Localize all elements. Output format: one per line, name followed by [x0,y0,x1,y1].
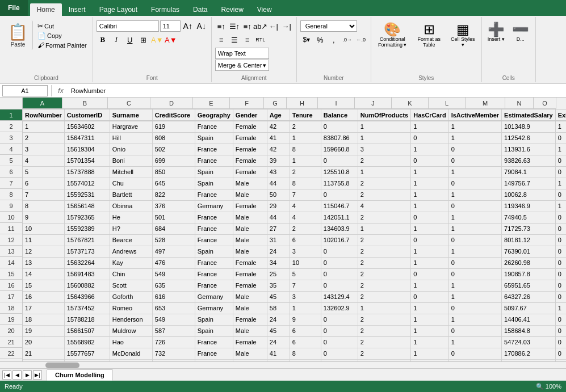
cell-G20[interactable]: 45 [267,325,290,336]
cell-K20[interactable]: 1 [411,325,448,336]
cell-F12[interactable]: Male [233,234,267,246]
cell-A3[interactable]: 2 [23,132,64,144]
cell-M6[interactable]: 79084.1 [502,166,556,178]
file-tab[interactable]: File [0,0,28,16]
cell-N1[interactable]: Exited [555,109,566,121]
cell-N9[interactable]: 1 [555,200,566,212]
cell-D3[interactable]: 608 [152,132,195,144]
row-header-22[interactable]: 22 [0,348,23,359]
cell-D9[interactable]: 376 [152,200,195,212]
cell-E6[interactable]: Spain [195,166,233,178]
cell-I22[interactable]: 0 [321,348,358,359]
cell-J12[interactable]: 2 [358,234,410,246]
cell-H9[interactable]: 4 [290,200,321,212]
format-painter-button[interactable]: 🖌 Format Painter [35,41,89,50]
cell-N22[interactable]: 0 [555,348,566,359]
percent-button[interactable]: % [314,34,326,45]
cell-L21[interactable]: 1 [448,336,501,348]
cell-H15[interactable]: 5 [290,268,321,280]
cell-L2[interactable]: 1 [448,121,501,132]
cell-M22[interactable]: 170886.2 [502,348,556,359]
cell-G3[interactable]: 41 [267,132,290,144]
cell-K1[interactable]: HasCrCard [411,109,448,121]
cell-N11[interactable]: 0 [555,223,566,234]
cell-L9[interactable]: 0 [448,200,501,212]
cell-N19[interactable]: 0 [555,314,566,325]
cell-F22[interactable]: Male [233,348,267,359]
cell-B8[interactable]: 15592531 [64,189,110,200]
cell-H21[interactable]: 6 [290,336,321,348]
italic-button[interactable]: I [110,34,123,45]
cell-C18[interactable]: Romeo [110,302,152,314]
cell-N8[interactable]: 0 [555,189,566,200]
cell-G15[interactable]: 25 [267,268,290,280]
cell-J3[interactable]: 1 [358,132,410,144]
cell-I13[interactable]: 0 [321,246,358,257]
cell-N7[interactable]: 1 [555,178,566,189]
cell-A8[interactable]: 7 [23,189,64,200]
col-header-M[interactable]: M [466,98,505,109]
row-header-11[interactable]: 11 [0,223,23,234]
cell-H19[interactable]: 9 [290,314,321,325]
cell-B22[interactable]: 15577657 [64,348,110,359]
cell-B2[interactable]: 15634602 [64,121,110,132]
cell-H18[interactable]: 1 [290,302,321,314]
row-header-15[interactable]: 15 [0,268,23,280]
cell-E8[interactable]: France [195,189,233,200]
cell-K6[interactable]: 1 [411,166,448,178]
cell-E12[interactable]: France [195,234,233,246]
cell-K19[interactable]: 1 [411,314,448,325]
cell-C20[interactable]: Muldrow [110,325,152,336]
cell-J14[interactable]: 2 [358,257,410,268]
currency-button[interactable]: $▾ [300,34,313,45]
cell-F6[interactable]: Female [233,166,267,178]
tab-next-button[interactable]: ▶ [23,370,32,380]
cell-I11[interactable]: 134603.9 [321,223,358,234]
cell-H6[interactable]: 2 [290,166,321,178]
cell-L8[interactable]: 1 [448,189,501,200]
cell-J19[interactable]: 2 [358,314,410,325]
cell-E4[interactable]: France [195,144,233,155]
indent-increase-button[interactable]: →| [280,20,293,32]
col-header-C[interactable]: C [108,98,150,109]
cell-M16[interactable]: 65951.65 [502,280,556,291]
cell-I8[interactable]: 0 [321,189,358,200]
number-format-select[interactable]: General [300,20,357,32]
cell-F10[interactable]: Male [233,212,267,223]
cell-A10[interactable]: 9 [23,212,64,223]
cell-M19[interactable]: 14406.41 [502,314,556,325]
cell-E9[interactable]: Germany [195,200,233,212]
cell-M21[interactable]: 54724.03 [502,336,556,348]
font-size-decrease-button[interactable]: A↓ [195,20,208,32]
cell-I20[interactable]: 0 [321,325,358,336]
delete-button[interactable]: ➖ D... [509,20,532,44]
cell-K18[interactable]: 1 [411,302,448,314]
cell-H2[interactable]: 2 [290,121,321,132]
cell-A16[interactable]: 15 [23,280,64,291]
cell-C17[interactable]: Goforth [110,291,152,302]
row-header-3[interactable]: 3 [0,132,23,144]
row-header-8[interactable]: 8 [0,189,23,200]
cell-A22[interactable]: 21 [23,348,64,359]
col-header-O[interactable]: O [534,98,556,109]
cell-A11[interactable]: 10 [23,223,64,234]
cell-I6[interactable]: 125510.8 [321,166,358,178]
cell-I2[interactable]: 0 [321,121,358,132]
cell-B6[interactable]: 15737888 [64,166,110,178]
cell-H16[interactable]: 7 [290,280,321,291]
col-header-H[interactable]: H [287,98,318,109]
cell-K22[interactable]: 1 [411,348,448,359]
cell-E19[interactable]: Spain [195,314,233,325]
rtl-button[interactable]: RTL [254,34,267,45]
cell-H5[interactable]: 1 [290,155,321,166]
cell-A7[interactable]: 6 [23,178,64,189]
copy-button[interactable]: 📄 Copy [35,31,89,40]
cell-J10[interactable]: 2 [358,212,410,223]
cell-G11[interactable]: 27 [267,223,290,234]
cell-N15[interactable]: 0 [555,268,566,280]
cell-F20[interactable]: Male [233,325,267,336]
cell-F7[interactable]: Male [233,178,267,189]
cell-I17[interactable]: 143129.4 [321,291,358,302]
cell-E13[interactable]: Spain [195,246,233,257]
cell-N2[interactable]: 1 [555,121,566,132]
